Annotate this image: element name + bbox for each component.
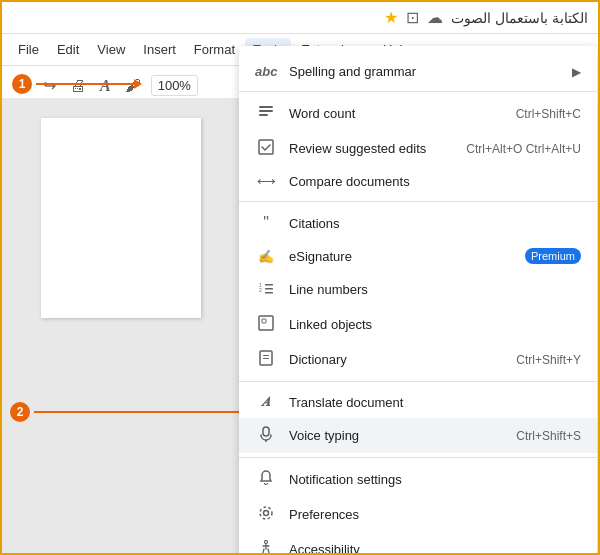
title-icons: ★ ⊡ ☁ [384,8,443,27]
annotation-number-2: 2 [10,402,30,422]
annotation-arrow-1 [36,83,136,85]
menu-item-compare-docs[interactable]: ⟷ Compare documents [239,166,597,197]
menu-item-translate[interactable]: 𝑨 Translate document [239,386,597,418]
esignature-label: eSignature [289,249,517,264]
menu-item-review-edits[interactable]: Review suggested edits Ctrl+Alt+O Ctrl+A… [239,131,597,166]
svg-rect-7 [265,288,273,290]
menu-item-accessibility[interactable]: Accessibility [239,532,597,555]
annotation-number-1: 1 [12,74,32,94]
review-edits-shortcut: Ctrl+Alt+O Ctrl+Alt+U [466,142,581,156]
zoom-selector[interactable]: 100% [151,75,198,96]
menu-insert[interactable]: Insert [135,38,184,61]
svg-point-16 [264,511,269,516]
svg-rect-8 [265,292,273,294]
svg-rect-14 [263,427,269,436]
svg-rect-12 [263,355,269,356]
document-area [2,98,239,553]
svg-text:2: 2 [259,287,262,293]
premium-badge: Premium [525,248,581,264]
menu-item-line-numbers[interactable]: 1 2 Line numbers [239,272,597,307]
spelling-icon: abc [255,64,277,79]
menu-section-tools: " Citations ✍ eSignature Premium 1 2 Lin… [239,202,597,382]
notifications-label: Notification settings [289,472,581,487]
microphone-icon [255,426,277,445]
document-title: الكتابة باستعمال الصوت [451,10,588,26]
menu-file[interactable]: File [10,38,47,61]
submenu-arrow-icon: ▶ [572,65,581,79]
line-numbers-label: Line numbers [289,282,581,297]
preferences-icon [255,505,277,524]
folder-icon[interactable]: ⊡ [406,8,419,27]
accessibility-label: Accessibility [289,542,581,555]
voice-typing-shortcut: Ctrl+Shift+S [516,429,581,443]
review-icon [255,139,277,158]
menu-item-dictionary[interactable]: Dictionary Ctrl+Shift+Y [239,342,597,377]
document-page [41,118,201,318]
svg-rect-10 [262,319,266,323]
svg-rect-3 [259,140,273,154]
dictionary-icon [255,350,277,369]
menu-item-preferences[interactable]: Preferences [239,497,597,532]
line-numbers-icon: 1 2 [255,280,277,299]
menu-section-settings: Notification settings Preferences Access… [239,458,597,555]
menu-item-esignature[interactable]: ✍ eSignature Premium [239,240,597,272]
notification-icon [255,470,277,489]
citations-label: Citations [289,216,581,231]
menu-view[interactable]: View [89,38,133,61]
review-edits-label: Review suggested edits [289,141,458,156]
menu-item-word-count[interactable]: Word count Ctrl+Shift+C [239,96,597,131]
star-icon[interactable]: ★ [384,8,398,27]
word-count-shortcut: Ctrl+Shift+C [516,107,581,121]
dictionary-shortcut: Ctrl+Shift+Y [516,353,581,367]
menu-edit[interactable]: Edit [49,38,87,61]
translate-icon: 𝑨 [255,394,277,410]
cloud-icon[interactable]: ☁ [427,8,443,27]
annotation-1: 1 [12,74,136,94]
menu-item-spelling-grammar[interactable]: abc Spelling and grammar ▶ [239,56,597,87]
menu-section-spelling: abc Spelling and grammar ▶ [239,52,597,92]
title-bar: الكتابة باستعمال الصوت ★ ⊡ ☁ [2,2,598,34]
translate-label: Translate document [289,395,581,410]
annotation-arrow-2 [34,411,264,413]
annotation-2: 2 [10,402,264,422]
menu-section-language: 𝑨 Translate document Voice typing Ctrl+S… [239,382,597,458]
menu-item-notifications[interactable]: Notification settings [239,462,597,497]
svg-rect-6 [265,284,273,286]
menu-item-voice-typing[interactable]: Voice typing Ctrl+Shift+S [239,418,597,453]
preferences-label: Preferences [289,507,581,522]
svg-rect-0 [259,106,273,108]
svg-rect-13 [263,358,269,359]
compare-docs-label: Compare documents [289,174,581,189]
menu-item-linked-objects[interactable]: Linked objects [239,307,597,342]
dictionary-label: Dictionary [289,352,508,367]
svg-point-17 [260,507,272,519]
menu-section-document: Word count Ctrl+Shift+C Review suggested… [239,92,597,202]
esignature-icon: ✍ [255,249,277,264]
word-count-label: Word count [289,106,508,121]
linked-objects-label: Linked objects [289,317,581,332]
menu-format[interactable]: Format [186,38,243,61]
tools-dropdown: abc Spelling and grammar ▶ Word count Ct… [239,46,597,555]
svg-rect-2 [259,114,268,116]
voice-typing-label: Voice typing [289,428,508,443]
word-count-icon [255,104,277,123]
citations-icon: " [255,214,277,232]
svg-rect-1 [259,110,273,112]
menu-item-citations[interactable]: " Citations [239,206,597,240]
svg-point-18 [265,541,268,544]
spelling-grammar-label: Spelling and grammar [289,64,564,79]
compare-icon: ⟷ [255,174,277,189]
accessibility-icon [255,540,277,555]
linked-objects-icon [255,315,277,334]
